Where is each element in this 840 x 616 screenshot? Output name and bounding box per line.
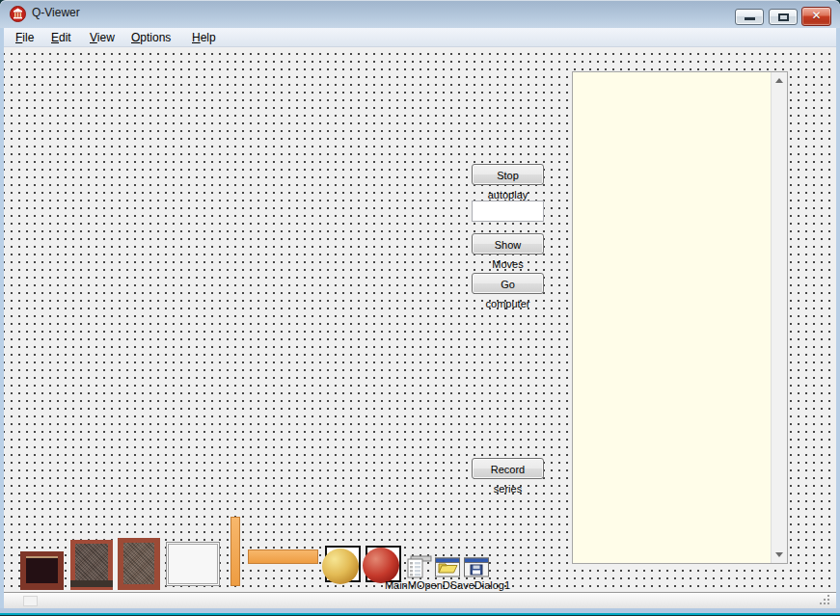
main-menu-icon[interactable] xyxy=(405,553,432,580)
status-bar xyxy=(4,592,836,608)
close-button[interactable]: ✕ xyxy=(801,7,831,26)
blank-white-panel[interactable] xyxy=(166,542,220,586)
maximize-button[interactable] xyxy=(769,9,798,25)
resize-grip-icon[interactable] xyxy=(819,594,831,606)
window-title: Q-Viewer xyxy=(32,6,80,19)
stop-autoplay-button[interactable]: Stop autoplay xyxy=(472,164,544,185)
up-arrow-icon xyxy=(775,78,783,83)
open-dialog-icon[interactable] xyxy=(434,553,461,580)
menu-edit[interactable]: Edit xyxy=(48,30,74,45)
card-back-texture-image[interactable] xyxy=(70,540,113,590)
dark-board-tile-image[interactable] xyxy=(20,551,64,590)
yellow-apple-image[interactable] xyxy=(322,549,359,584)
move-edit-field[interactable] xyxy=(472,201,544,222)
component-captions-label: MainMOpenDSaveDialog1 xyxy=(382,579,513,591)
save-dialog-icon[interactable] xyxy=(463,553,490,580)
minimize-icon xyxy=(745,17,755,20)
title-bar[interactable]: Q-Viewer ✕ xyxy=(0,0,840,28)
log-memo-panel[interactable] xyxy=(572,71,788,564)
down-arrow-icon xyxy=(775,552,783,557)
orange-vertical-bar[interactable] xyxy=(230,517,240,586)
menu-file[interactable]: File xyxy=(13,30,37,45)
minimize-button[interactable] xyxy=(735,9,764,25)
card-back-texture-image-2[interactable] xyxy=(118,538,160,590)
window-right-border xyxy=(836,28,840,613)
window-left-border xyxy=(0,28,4,613)
close-icon: ✕ xyxy=(802,9,830,22)
maximize-icon xyxy=(778,13,789,21)
menu-bar: File Edit View Options Help xyxy=(3,28,837,47)
go-computer-button[interactable]: Go computer xyxy=(472,273,544,294)
status-panel xyxy=(23,596,38,606)
scroll-up-button[interactable] xyxy=(772,72,788,89)
app-window: Q-Viewer ✕ File Edit View Options Help S… xyxy=(0,0,840,616)
red-apple-image[interactable] xyxy=(363,548,399,583)
orange-horizontal-bar[interactable] xyxy=(248,549,318,564)
form-designer-grid: Stop autoplay Show Moves Go computer Rec… xyxy=(4,47,836,592)
menu-view[interactable]: View xyxy=(87,30,118,45)
menu-options[interactable]: Options xyxy=(128,30,174,45)
vertical-scrollbar[interactable] xyxy=(771,72,787,563)
scroll-down-button[interactable] xyxy=(772,547,788,563)
record-series-button[interactable]: Record series xyxy=(472,458,544,479)
menu-help[interactable]: Help xyxy=(189,30,219,45)
show-moves-button[interactable]: Show Moves xyxy=(472,233,544,254)
app-bank-icon xyxy=(10,6,26,22)
